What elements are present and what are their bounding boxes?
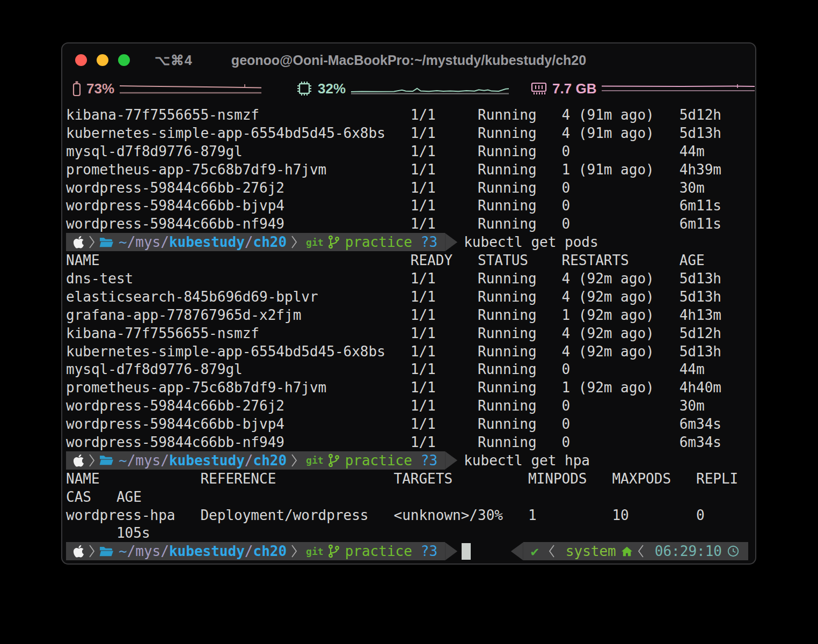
terminal-line: grafana-app-778767965d-x2fjm 1/1 Running… [66, 306, 755, 324]
path-current-dir: ch20 [253, 543, 287, 559]
status-bar: 73% 32% 7.7 GB [62, 77, 755, 100]
prompt-arrow [445, 451, 457, 470]
chevron-left-icon [549, 544, 555, 559]
terminal-line: mysql-d7f8d9776-879gl 1/1 Running 0 44m [66, 360, 755, 378]
terminal-line: kibana-77f7556655-nsmzf 1/1 Running 4 (9… [66, 106, 755, 124]
terminal-text: wordpress-hpa Deployment/wordpress <unkn… [66, 507, 705, 523]
minimize-button[interactable] [97, 54, 108, 66]
terminal-body[interactable]: kibana-77f7556655-nsmzf 1/1 Running 4 (9… [62, 100, 755, 560]
git-branch-icon [327, 544, 340, 559]
folder-icon [99, 236, 114, 248]
chevron-right-icon [291, 235, 297, 250]
memory-icon [530, 81, 547, 96]
path-separator: / [245, 452, 253, 469]
right-status-segment: ✔ system 06:29:10 [523, 542, 748, 560]
close-button[interactable] [75, 54, 87, 66]
chevron-left-icon [638, 544, 644, 559]
prompt-arrow [445, 233, 457, 251]
terminal-text: wordpress-59844c66bb-bjvp4 1/1 Running 0… [66, 416, 721, 432]
git-status-counter: ?3 [421, 452, 437, 469]
terminal-line: wordpress-59844c66bb-276j2 1/1 Running 0… [66, 179, 755, 197]
battery-graph [120, 82, 261, 96]
chevron-right-icon [89, 235, 95, 250]
apple-icon [73, 453, 84, 467]
path-home: ~ [119, 234, 127, 250]
right-status-arrow [511, 542, 523, 560]
time-label: 06:29:10 [655, 543, 722, 559]
prompt-segment: ~/mys/kubestudy/ch20 git practice ?3 [66, 451, 445, 470]
git-label: git [306, 546, 324, 557]
path-separator: / [245, 234, 253, 250]
status-ok-check: ✔ [531, 544, 539, 559]
terminal-line: wordpress-59844c66bb-nf949 1/1 Running 0… [66, 215, 755, 233]
apple-icon [73, 544, 84, 558]
terminal-text: prometheus-app-75c68b7df9-h7jvm 1/1 Runn… [66, 162, 721, 178]
git-branch-name: practice [345, 543, 412, 559]
terminal-line: elasticsearch-845b696d69-bplvr 1/1 Runni… [66, 288, 755, 306]
path-anchor: kubestudy [169, 543, 245, 559]
terminal-line: dns-test 1/1 Running 4 (92m ago) 5d13h [66, 269, 755, 288]
terminal-line: prometheus-app-75c68b7df9-h7jvm 1/1 Runn… [66, 378, 755, 397]
terminal-line: wordpress-59844c66bb-nf949 1/1 Running 0… [66, 433, 755, 451]
path-anchor: kubestudy [169, 452, 245, 469]
window-shortcut-label: ⌥⌘4 [155, 53, 193, 68]
path-anchor: kubestudy [169, 234, 245, 250]
cpu-percent: 32% [318, 80, 346, 97]
git-status-counter: ?3 [421, 234, 437, 250]
terminal-text: mysql-d7f8d9776-879gl 1/1 Running 0 44m [66, 361, 705, 377]
battery-percent: 73% [86, 80, 114, 97]
git-status-counter: ?3 [421, 543, 437, 559]
terminal-text: 105s [66, 525, 150, 541]
chevron-right-icon [291, 544, 297, 559]
path-mid: /mys/ [127, 234, 169, 250]
terminal-line: kubernetes-simple-app-6554bd5d45-6x8bs 1… [66, 342, 755, 361]
chevron-right-icon [89, 544, 95, 559]
terminal-text: wordpress-59844c66bb-nf949 1/1 Running 0… [66, 216, 721, 232]
path-mid: /mys/ [127, 543, 169, 559]
terminal-text: wordpress-59844c66bb-276j2 1/1 Running 0… [66, 180, 705, 196]
command-text: kubectl get pods [464, 234, 598, 250]
path-mid: /mys/ [127, 452, 169, 469]
terminal-line: kubernetes-simple-app-6554bd5d45-6x8bs 1… [66, 124, 755, 142]
zoom-button[interactable] [118, 54, 130, 66]
terminal-window: ⌥⌘4 geonoo@Ooni-MacBookPro:~/mystudy/kub… [61, 42, 756, 565]
cpu-graph [351, 82, 509, 96]
battery-icon [72, 80, 82, 97]
terminal-text: kubernetes-simple-app-6554bd5d45-6x8bs 1… [66, 125, 721, 141]
terminal-line: wordpress-59844c66bb-bjvp4 1/1 Running 0… [66, 196, 755, 215]
terminal-line: NAME REFERENCE TARGETS MINPODS MAXPODS R… [66, 470, 755, 488]
right-status: ✔ system 06:29:10 [511, 542, 748, 560]
path-home: ~ [119, 452, 127, 469]
clock-icon [727, 545, 740, 558]
terminal-text: wordpress-59844c66bb-nf949 1/1 Running 0… [66, 434, 721, 450]
prompt-path: ~/mys/kubestudy/ch20 [119, 452, 287, 469]
git-branch-name: practice [345, 234, 412, 250]
home-icon [620, 545, 633, 558]
terminal-line: 105s [66, 524, 755, 542]
path-current-dir: ch20 [253, 452, 287, 469]
terminal-line: wordpress-59844c66bb-bjvp4 1/1 Running 0… [66, 415, 755, 433]
terminal-text: prometheus-app-75c68b7df9-h7jvm 1/1 Runn… [66, 379, 721, 396]
memory-graph [602, 82, 755, 96]
prompt-line: ~/mys/kubestudy/ch20 git practice ?3 ✔ [66, 542, 755, 560]
terminal-text: elasticsearch-845b696d69-bplvr 1/1 Runni… [66, 289, 721, 305]
command-text: kubectl get hpa [464, 452, 590, 469]
terminal-line: wordpress-hpa Deployment/wordpress <unkn… [66, 506, 755, 524]
traffic-lights [75, 54, 130, 66]
title-bar[interactable]: ⌥⌘4 geonoo@Ooni-MacBookPro:~/mystudy/kub… [62, 43, 755, 77]
terminal-text: wordpress-59844c66bb-276j2 1/1 Running 0… [66, 398, 705, 414]
cpu-widget: 32% [296, 80, 509, 97]
prompt-segment: ~/mys/kubestudy/ch20 git practice ?3 [66, 542, 445, 560]
terminal-line: wordpress-59844c66bb-276j2 1/1 Running 0… [66, 397, 755, 415]
terminal-text: NAME REFERENCE TARGETS MINPODS MAXPODS R… [66, 471, 738, 487]
folder-icon [99, 454, 114, 466]
prompt-path: ~/mys/kubestudy/ch20 [119, 234, 287, 250]
path-separator: / [245, 543, 253, 559]
terminal-text: kubernetes-simple-app-6554bd5d45-6x8bs 1… [66, 343, 721, 360]
prompt-segment: ~/mys/kubestudy/ch20 git practice ?3 [66, 233, 445, 251]
apple-icon [73, 235, 84, 249]
prompt-line: ~/mys/kubestudy/ch20 git practice ?3 kub… [66, 451, 755, 470]
terminal-cursor[interactable] [462, 543, 471, 560]
battery-widget: 73% [72, 80, 261, 97]
mode-label: system [566, 543, 616, 559]
